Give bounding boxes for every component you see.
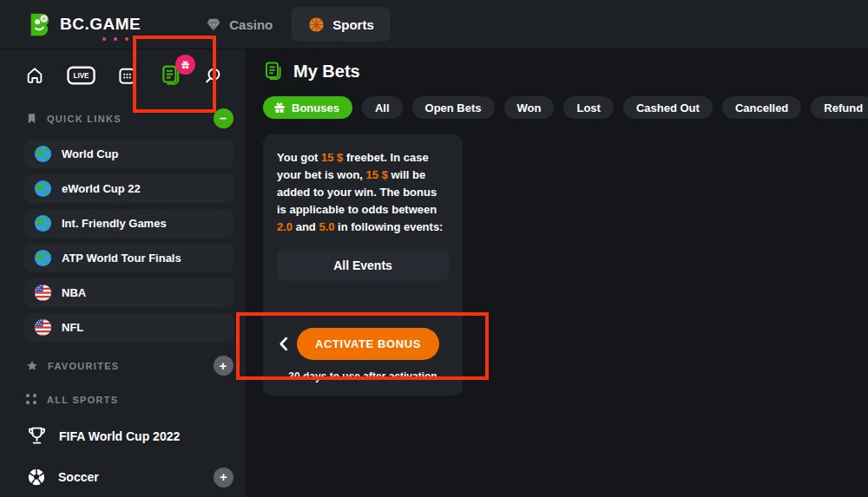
quick-links-title: QUICK LINKS <box>47 114 122 124</box>
favourites-title: FAVOURITES <box>48 361 119 371</box>
main-content: My Bets Bonuses All Open Bets Won Lost C… <box>246 49 868 497</box>
bonus-notification-badge <box>175 55 195 75</box>
my-bets-icon[interactable] <box>160 64 182 88</box>
globe-icon <box>34 214 52 232</box>
filter-tab-label: Refund <box>824 101 863 114</box>
odds-max: 5.0 <box>319 220 334 233</box>
filter-tab-refund[interactable]: Refund <box>811 96 868 119</box>
add-favourite-button[interactable] <box>214 356 233 376</box>
page-title-row: My Bets <box>263 61 868 82</box>
bonus-amount: 15 $ <box>321 151 343 164</box>
chevron-left-icon[interactable] <box>277 335 290 353</box>
filter-tab-cancelled[interactable]: Cancelled <box>722 96 801 119</box>
quick-link-atp-finals[interactable]: ATP World Tour Finals <box>24 244 233 272</box>
logo-decoration-dots <box>102 37 128 41</box>
quick-link-eworld-cup[interactable]: eWorld Cup 22 <box>24 174 233 203</box>
grid-icon <box>26 394 37 405</box>
calendar-icon[interactable] <box>117 66 137 86</box>
all-events-button[interactable]: All Events <box>277 249 449 281</box>
activate-bonus-button[interactable]: ACTIVATE BONUS <box>297 328 439 360</box>
bookmark-icon <box>26 112 37 125</box>
basketball-icon <box>308 16 325 33</box>
quick-link-int-friendly[interactable]: Int. Friendly Games <box>24 209 233 238</box>
globe-icon <box>34 145 52 163</box>
filter-tab-label: Lost <box>576 101 600 114</box>
sidebar-item-label: FIFA World Cup 2022 <box>59 429 180 443</box>
sidebar-item-label: Soccer <box>58 470 99 484</box>
home-icon[interactable] <box>25 66 44 85</box>
us-flag-icon <box>34 318 52 337</box>
trophy-icon <box>26 425 48 447</box>
filter-tab-label: Cancelled <box>735 101 788 114</box>
gift-icon <box>181 60 190 69</box>
expand-soccer-button[interactable] <box>214 468 233 487</box>
filter-tab-open-bets[interactable]: Open Bets <box>412 96 495 119</box>
bonus-description: You got 15 $ freebet. In case your bet i… <box>277 149 449 236</box>
all-events-label: All Events <box>333 258 392 272</box>
bet-filter-tabs: Bonuses All Open Bets Won Lost Cashed Ou… <box>263 96 868 119</box>
filter-tab-cashed-out[interactable]: Cashed Out <box>623 96 713 119</box>
sidebar-item-soccer[interactable]: Soccer <box>26 467 233 487</box>
live-icon-label: LIVE <box>73 72 89 80</box>
bonus-amount: 15 $ <box>366 168 388 181</box>
quick-links-list: World Cup eWorld Cup 22 Int. Fri <box>24 140 233 342</box>
filter-tab-bonuses[interactable]: Bonuses <box>263 96 352 119</box>
tab-sports-label: Sports <box>332 17 374 32</box>
quick-link-nba[interactable]: NBA <box>24 278 233 307</box>
tab-casino-label: Casino <box>229 17 273 32</box>
quick-link-label: eWorld Cup 22 <box>62 182 141 195</box>
quick-link-label: World Cup <box>62 147 118 160</box>
soccer-ball-icon <box>26 467 47 487</box>
favourites-header: FAVOURITES <box>26 356 233 376</box>
gift-icon <box>273 101 286 114</box>
bonus-card: You got 15 $ freebet. In case your bet i… <box>263 134 463 396</box>
tab-sports[interactable]: Sports <box>292 7 391 42</box>
collapse-quick-links-button[interactable] <box>214 108 233 128</box>
us-flag-icon <box>34 284 52 302</box>
all-sports-title: ALL SPORTS <box>47 395 118 405</box>
bcgame-logo-icon <box>26 11 52 37</box>
diamond-icon <box>206 16 221 32</box>
filter-tab-label: All <box>375 101 390 114</box>
filter-tab-label: Won <box>517 101 542 114</box>
quick-link-label: Int. Friendly Games <box>62 217 167 230</box>
quick-link-label: NFL <box>62 321 83 334</box>
filter-tab-all[interactable]: All <box>362 96 403 119</box>
all-sports-header[interactable]: ALL SPORTS <box>26 394 233 405</box>
quick-link-nfl[interactable]: NFL <box>24 313 233 342</box>
topbar: BC.GAME Casino Sports <box>0 0 868 49</box>
quick-link-label: ATP World Tour Finals <box>62 252 181 265</box>
globe-icon <box>34 249 52 267</box>
live-icon[interactable]: LIVE <box>67 66 95 85</box>
filter-tab-label: Open Bets <box>425 101 482 114</box>
brand-logo[interactable]: BC.GAME <box>26 11 141 37</box>
filter-tab-lost[interactable]: Lost <box>563 96 613 119</box>
bonus-expiry-caption: 30 days to use after activation <box>277 370 449 383</box>
sidebar-item-fifa-world-cup[interactable]: FIFA World Cup 2022 <box>26 425 233 447</box>
my-bets-icon <box>263 61 284 82</box>
tab-casino[interactable]: Casino <box>206 16 273 32</box>
filter-tab-label: Bonuses <box>292 101 339 114</box>
sidebar: LIVE <box>0 49 246 497</box>
quick-link-label: NBA <box>62 286 86 299</box>
filter-tab-label: Cashed Out <box>636 101 700 114</box>
quick-links-header: QUICK LINKS <box>26 108 233 128</box>
star-icon <box>26 360 38 372</box>
globe-icon <box>34 180 52 198</box>
page-title: My Bets <box>293 62 360 82</box>
quick-link-world-cup[interactable]: World Cup <box>24 140 233 168</box>
filter-tab-won[interactable]: Won <box>504 96 555 119</box>
odds-min: 2.0 <box>277 220 293 233</box>
activate-bonus-row: ACTIVATE BONUS <box>277 328 449 360</box>
sidebar-toolbar: LIVE <box>0 62 246 89</box>
brand-name: BC.GAME <box>60 15 141 34</box>
search-icon[interactable] <box>204 66 223 85</box>
